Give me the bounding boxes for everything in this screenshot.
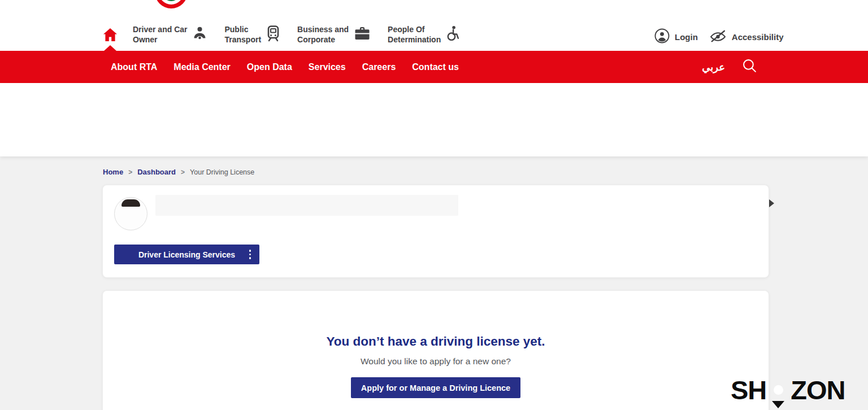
nav-careers[interactable]: Careers	[362, 62, 396, 72]
breadcrumb-separator: >	[181, 168, 185, 176]
rta-logo-ring	[159, 0, 184, 5]
watermark-pin-icon	[767, 378, 790, 402]
briefcase-icon	[354, 27, 371, 43]
login-button[interactable]: Login	[654, 28, 698, 46]
home-icon	[103, 34, 118, 43]
tab-label: Corporate	[297, 35, 349, 45]
site-header: Driver and Car Owner Public Transport	[0, 0, 868, 51]
rta-dashboard-page: Driver and Car Owner Public Transport	[0, 0, 868, 410]
login-label: Login	[675, 32, 698, 42]
tab-public-transport[interactable]: Public Transport	[224, 25, 280, 45]
chevron-right-icon[interactable]	[769, 199, 774, 207]
license-status-subheading: Would you like to apply for a new one?	[361, 356, 511, 367]
breadcrumb-home[interactable]: Home	[103, 168, 123, 176]
avatar-photo-redacted	[121, 199, 140, 207]
tab-label: Transport	[224, 35, 261, 45]
shozon-watermark: SH ZON	[731, 377, 845, 403]
navbar-links: About RTA Media Center Open Data Service…	[111, 62, 459, 72]
license-status-card: You don’t have a driving license yet. Wo…	[102, 290, 769, 410]
tab-label: Determination	[388, 35, 441, 45]
language-toggle-arabic[interactable]: عربي	[702, 61, 725, 73]
license-status-heading: You don’t have a driving license yet.	[326, 334, 545, 349]
profile-card: Driver Licensing Services	[102, 185, 769, 278]
main-navbar: About RTA Media Center Open Data Service…	[0, 51, 868, 83]
nav-contact-us[interactable]: Contact us	[412, 62, 459, 72]
accessibility-button[interactable]: Accessibility	[709, 29, 784, 45]
driver-licensing-services-label: Driver Licensing Services	[138, 250, 235, 259]
tab-label: Public	[224, 25, 261, 35]
nav-about-rta[interactable]: About RTA	[111, 62, 157, 72]
search-icon[interactable]	[742, 58, 757, 76]
watermark-text-right: ZON	[791, 377, 845, 403]
tab-driver-and-car-owner[interactable]: Driver and Car Owner	[133, 25, 207, 45]
rta-logo-core	[162, 0, 180, 1]
rta-logo[interactable]	[155, 0, 188, 8]
header-tabs: Driver and Car Owner Public Transport	[133, 25, 459, 45]
name-placeholder-bar	[155, 195, 458, 216]
tab-label: People Of	[388, 25, 441, 35]
nav-media-center[interactable]: Media Center	[173, 62, 230, 72]
nav-services[interactable]: Services	[309, 62, 346, 72]
watermark-text-left: SH	[731, 377, 766, 403]
nav-open-data[interactable]: Open Data	[247, 62, 292, 72]
user-circle-icon	[654, 28, 670, 46]
breadcrumb-current: Your Driving License	[190, 168, 254, 176]
tab-people-of-determination[interactable]: People Of Determination	[388, 25, 459, 45]
driver-licensing-services-button[interactable]: Driver Licensing Services	[114, 245, 259, 264]
navbar-right: عربي	[702, 58, 757, 76]
services-carousel: Vehicles Permits	[0, 83, 868, 156]
wheelchair-icon	[446, 25, 459, 44]
tab-label: Owner	[133, 35, 187, 45]
kebab-menu-icon	[249, 250, 251, 259]
tab-label: Business and	[297, 25, 349, 35]
breadcrumb-dashboard[interactable]: Dashboard	[137, 168, 176, 176]
header-utilities: Login Accessibility	[654, 28, 784, 46]
tab-label: Driver and Car	[133, 25, 187, 35]
tab-business-and-corporate[interactable]: Business and Corporate	[297, 25, 371, 45]
active-tab-pointer	[104, 45, 116, 51]
avatar	[114, 197, 147, 230]
apply-driving-licence-button[interactable]: Apply for or Manage a Driving Licence	[351, 377, 520, 398]
home-tab[interactable]	[103, 28, 119, 43]
driver-steering-icon	[192, 26, 207, 43]
accessibility-label: Accessibility	[732, 32, 784, 42]
metro-train-icon	[266, 25, 280, 44]
eye-slash-icon	[709, 29, 727, 45]
breadcrumb: Home > Dashboard > Your Driving License	[103, 168, 254, 176]
breadcrumb-separator: >	[128, 168, 132, 176]
